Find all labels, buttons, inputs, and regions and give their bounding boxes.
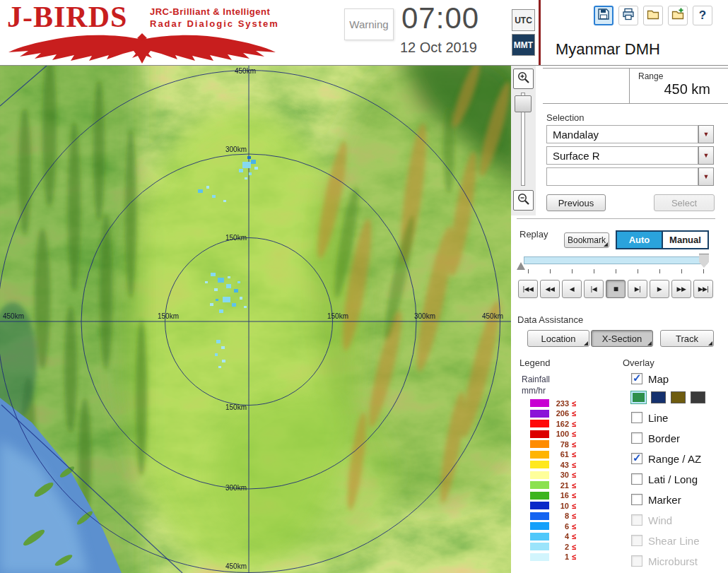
legend-le-sign: ≤ [572, 471, 576, 479]
timeline-thumb[interactable] [699, 254, 709, 268]
skip-to-start-button[interactable]: |◀◀ [518, 280, 538, 298]
skip-to-end-button[interactable]: ▶▶| [693, 280, 713, 298]
zoom-in-icon [517, 71, 531, 88]
site-dropdown-arrow-icon[interactable]: ▼ [698, 125, 714, 143]
stop-button[interactable]: ■ [606, 280, 626, 298]
legend-color [530, 399, 549, 407]
print-icon [621, 7, 635, 24]
eagle-logo-icon [4, 33, 280, 68]
lati-long-checkbox[interactable] [631, 473, 642, 485]
header: J-BIRDS JRC-Brilliant & Intelligent Rada… [0, 0, 728, 66]
bookmark-button[interactable]: Bookmark [564, 232, 609, 248]
step-forward-button[interactable]: ▶| [628, 280, 647, 298]
map-palette-swatch-gray[interactable] [691, 391, 705, 403]
legend-row: 100≤ [530, 430, 576, 438]
timeline-tick [572, 269, 573, 273]
legend-le-sign: ≤ [572, 481, 576, 490]
overlay-item-label: Range / AZ [648, 453, 701, 465]
timeline-start-marker [517, 262, 525, 270]
help-icon: ? [699, 8, 706, 23]
legend-le-sign: ≤ [572, 409, 576, 418]
open-folder-button[interactable] [643, 6, 663, 25]
zoom-in-button[interactable] [513, 69, 534, 89]
legend-row: 78≤ [530, 440, 576, 448]
zoom-out-button[interactable] [513, 190, 534, 211]
overlay-item-range-az: ✓ Range / AZ [631, 452, 701, 465]
option-dropdown[interactable] [546, 167, 698, 186]
legend-le-sign: ≤ [572, 430, 576, 438]
control-panel: Range 450 km Selection Mandalay ▼ Surfac… [511, 66, 728, 573]
save-button[interactable] [594, 6, 613, 25]
legend-row: 30≤ [530, 471, 576, 479]
legend-value: 2 [549, 543, 569, 551]
overlay-item-shear-line: Shear Line [631, 534, 700, 547]
timezone-mmt-button[interactable]: MMT [512, 34, 535, 56]
legend-le-sign: ≤ [572, 491, 576, 500]
select-button[interactable]: Select [654, 194, 715, 211]
fast-rewind-button[interactable]: ◀◀ [540, 280, 560, 298]
map-palette-swatch-navy[interactable] [651, 391, 666, 403]
range-az-checkbox[interactable]: ✓ [631, 453, 642, 464]
selection-label: Selection [546, 112, 584, 123]
timeline-tick [528, 269, 529, 273]
clock-time: 07:00 [401, 1, 479, 35]
product-dropdown[interactable]: Surface R [546, 146, 698, 165]
shear-line-checkbox [631, 535, 642, 546]
legend-value: 61 [549, 450, 569, 459]
x-section-button[interactable]: X-Section [591, 330, 653, 347]
play-button[interactable]: ▶ [650, 280, 669, 298]
svg-text:450km: 450km [225, 562, 247, 570]
option-dropdown-value [547, 168, 698, 174]
timeline-tick [638, 269, 638, 273]
zoom-out-icon [517, 192, 531, 209]
overlay-label: Overlay [623, 358, 654, 368]
legend-value: 100 [549, 430, 569, 438]
warning-button[interactable]: Warning [344, 8, 394, 40]
microburst-checkbox [631, 555, 642, 567]
marker-checkbox[interactable] [631, 494, 642, 505]
overlay-item-marker: Marker [631, 493, 681, 506]
wind-checkbox [631, 514, 642, 526]
line-checkbox[interactable] [631, 412, 642, 423]
track-button[interactable]: Track [660, 330, 714, 347]
legend-color [530, 440, 549, 448]
legend-value: 233 [549, 399, 569, 408]
import-image-button[interactable] [668, 6, 688, 25]
product-dropdown-arrow-icon[interactable]: ▼ [698, 146, 714, 165]
play-reverse-button[interactable]: ◀ [562, 280, 582, 298]
legend-value: 21 [549, 481, 569, 490]
legend-le-sign: ≤ [572, 420, 576, 428]
timeline-track[interactable] [524, 256, 708, 264]
legend-unit-1: Rainfall [522, 374, 550, 384]
zoom-slider-thumb[interactable] [515, 95, 532, 112]
map-checkbox[interactable]: ✓ [631, 373, 642, 384]
manual-button[interactable]: Manual [663, 232, 708, 248]
option-dropdown-arrow-icon[interactable]: ▼ [698, 167, 714, 186]
help-button[interactable]: ? [693, 6, 712, 25]
legend-le-sign: ≤ [572, 532, 576, 540]
legend-value: 43 [549, 461, 569, 469]
timezone-utc-button[interactable]: UTC [512, 9, 535, 31]
overlay-item-label: Marker [648, 494, 681, 506]
legend-row: 10≤ [530, 502, 576, 509]
site-dropdown[interactable]: Mandalay [546, 125, 698, 143]
legend-color [530, 461, 549, 468]
svg-text:450km: 450km [235, 67, 256, 75]
auto-button[interactable]: Auto [617, 232, 663, 248]
legend-le-sign: ≤ [572, 440, 576, 449]
previous-button[interactable]: Previous [546, 194, 606, 211]
border-checkbox[interactable] [631, 432, 642, 444]
map-palette-swatch-green[interactable] [631, 391, 646, 403]
legend-le-sign: ≤ [572, 553, 576, 561]
print-button[interactable] [618, 6, 638, 25]
overlay-item-map: ✓ Map [631, 372, 669, 385]
step-back-button[interactable]: |◀ [584, 280, 604, 298]
location-button[interactable]: Location [527, 330, 589, 347]
fast-forward-button[interactable]: ▶▶ [671, 280, 691, 298]
map-palette-swatch-olive[interactable] [671, 391, 686, 403]
radar-map[interactable]: 450km 300km 150km 150km 300km 450km 450k… [0, 66, 511, 573]
legend-le-sign: ≤ [572, 522, 576, 531]
separator [517, 218, 715, 219]
legend-color [530, 512, 549, 520]
overlay-item-label: Map [648, 373, 669, 385]
